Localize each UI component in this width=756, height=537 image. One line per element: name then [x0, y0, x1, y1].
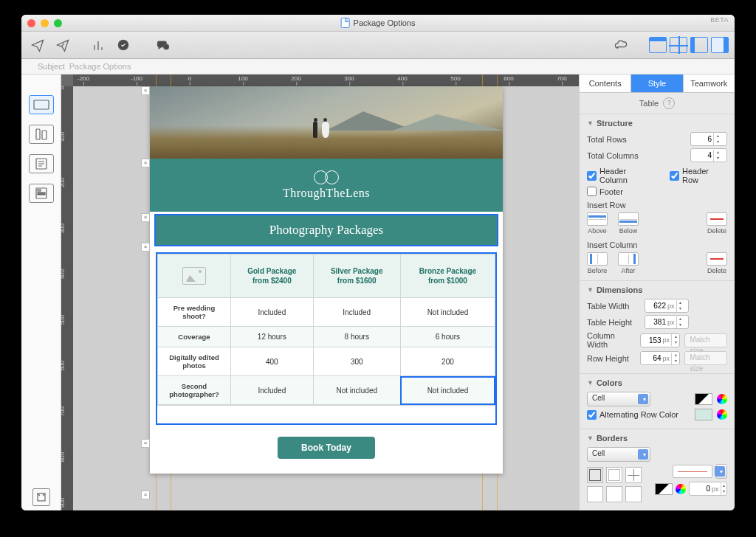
- cta-block[interactable]: Book Today: [150, 425, 503, 474]
- alt-row-color-checkbox[interactable]: Alternating Row Color: [587, 410, 678, 420]
- table-row-header[interactable]: Second photographer?: [158, 376, 231, 405]
- footer-checkbox[interactable]: Footer: [587, 187, 623, 196]
- border-color-picker[interactable]: [676, 484, 686, 494]
- device-text[interactable]: [29, 154, 54, 173]
- alt-color-picker-button[interactable]: [717, 409, 727, 420]
- section-colors[interactable]: Colors: [597, 378, 622, 387]
- header-column-checkbox[interactable]: Header Column: [587, 167, 656, 184]
- hero-image[interactable]: [150, 86, 503, 159]
- block-handle[interactable]: [141, 159, 150, 167]
- subject-value[interactable]: Package Options: [69, 62, 131, 71]
- cta-button[interactable]: Book Today: [278, 437, 375, 459]
- table-row-header[interactable]: Coverage: [158, 327, 231, 347]
- alt-row-color-swatch[interactable]: [695, 409, 712, 420]
- checklist-button[interactable]: [113, 36, 134, 54]
- border-style-menu[interactable]: [715, 464, 727, 479]
- inspector-panel: Contents Style Teamwork Table ? ▼Structu…: [579, 75, 735, 510]
- tab-style[interactable]: Style: [631, 75, 683, 92]
- table-width-stepper[interactable]: px▴▾: [645, 299, 689, 313]
- table-cell[interactable]: Included: [313, 298, 400, 327]
- send-button[interactable]: [52, 36, 73, 54]
- table-header-col[interactable]: Silver Packagefrom $1600: [313, 254, 400, 298]
- table-header-col[interactable]: Bronze Packagefrom $1000: [400, 254, 495, 298]
- block-handle[interactable]: [141, 213, 150, 222]
- block-handle[interactable]: [141, 86, 150, 95]
- section-structure[interactable]: Structure: [597, 119, 633, 128]
- layout-guides-toggle[interactable]: [670, 37, 687, 53]
- table-cell[interactable]: 12 hours: [231, 327, 314, 347]
- minimize-window-button[interactable]: [41, 19, 49, 27]
- table-row-header[interactable]: Pre wedding shoot?: [158, 298, 231, 327]
- border-mid-button[interactable]: [606, 486, 622, 502]
- block-handle[interactable]: [141, 439, 150, 448]
- color-picker-button[interactable]: [717, 394, 727, 404]
- table-cell[interactable]: 300: [313, 347, 400, 376]
- section-borders[interactable]: Borders: [597, 434, 628, 443]
- heading-block[interactable]: Photography Packages: [154, 214, 498, 246]
- section-dimensions[interactable]: Dimensions: [597, 285, 642, 294]
- table-cell[interactable]: Included: [231, 376, 314, 405]
- cloud-sync-button[interactable]: [611, 36, 631, 54]
- table-cell[interactable]: 400: [231, 347, 314, 376]
- ruler-horizontal: -200-1000100200300400500600700: [61, 75, 579, 86]
- table-row-header[interactable]: Digitally edited photos: [158, 347, 231, 376]
- packages-table-block[interactable]: Gold Packagefrom $2400 Silver Packagefro…: [156, 252, 497, 425]
- layout-left-toggle[interactable]: [690, 37, 708, 53]
- column-width-label: Column Width: [587, 331, 636, 349]
- border-bottom-button[interactable]: [625, 486, 642, 502]
- match-width-button[interactable]: Match size: [684, 333, 727, 347]
- block-handle[interactable]: [141, 491, 150, 499]
- help-button[interactable]: ?: [663, 97, 675, 109]
- device-source[interactable]: [29, 184, 54, 203]
- table-cell[interactable]: Not included: [313, 376, 400, 405]
- brand-bar[interactable]: ThroughTheLens: [150, 159, 503, 212]
- close-window-button[interactable]: [27, 19, 35, 27]
- insert-col-after-button[interactable]: After: [618, 252, 639, 274]
- border-inner-button[interactable]: [625, 467, 642, 483]
- block-handle[interactable]: [141, 243, 150, 252]
- border-top-button[interactable]: [587, 486, 603, 502]
- email-page[interactable]: ThroughTheLens Photography Packages Gold: [150, 86, 503, 474]
- table-cell[interactable]: Not included: [400, 298, 495, 327]
- border-outline-button[interactable]: [606, 467, 622, 483]
- color-scope-select[interactable]: Cell: [587, 392, 650, 406]
- delete-col-button[interactable]: Delete: [707, 252, 727, 274]
- cell-color-swatch[interactable]: [695, 393, 712, 405]
- table-cell[interactable]: Not included: [400, 376, 495, 405]
- insert-row-above-button[interactable]: Above: [587, 212, 608, 235]
- border-width-stepper[interactable]: px▴▾: [689, 482, 727, 496]
- table-header-image[interactable]: [158, 254, 231, 298]
- table-footer-row[interactable]: [157, 405, 495, 423]
- layout-inspector-toggle[interactable]: [711, 37, 729, 53]
- total-rows-stepper[interactable]: ▴▾: [690, 132, 727, 146]
- table-height-stepper[interactable]: px▴▾: [645, 315, 689, 329]
- insert-col-before-button[interactable]: Before: [587, 252, 608, 274]
- zoom-fit-button[interactable]: [32, 488, 50, 506]
- insert-row-below-button[interactable]: Below: [618, 212, 639, 235]
- layout-top-toggle[interactable]: [649, 37, 667, 53]
- border-style-select[interactable]: [673, 465, 712, 478]
- match-height-button[interactable]: Match size: [684, 351, 727, 365]
- delete-row-button[interactable]: Delete: [707, 212, 727, 235]
- header-row-checkbox[interactable]: Header Row: [670, 167, 727, 184]
- column-width-stepper[interactable]: px▴▾: [640, 333, 681, 347]
- canvas[interactable]: -200-1000100200300400500600700 010020030…: [61, 75, 579, 510]
- table-cell[interactable]: 8 hours: [313, 327, 400, 347]
- send-test-button[interactable]: [27, 36, 48, 54]
- row-height-stepper[interactable]: px▴▾: [640, 351, 681, 365]
- tab-contents[interactable]: Contents: [580, 75, 631, 92]
- analytics-button[interactable]: [88, 36, 109, 54]
- total-columns-stepper[interactable]: ▴▾: [690, 148, 727, 162]
- border-color-swatch[interactable]: [655, 483, 673, 495]
- table-cell[interactable]: 6 hours: [400, 327, 495, 347]
- border-scope-select[interactable]: Cell: [587, 447, 650, 462]
- border-all-button[interactable]: [587, 467, 603, 483]
- table-cell[interactable]: 200: [400, 347, 495, 376]
- table-header-col[interactable]: Gold Packagefrom $2400: [231, 254, 314, 298]
- chat-button[interactable]: [153, 36, 173, 54]
- zoom-window-button[interactable]: [54, 19, 62, 27]
- device-mobile[interactable]: [29, 125, 54, 144]
- table-cell[interactable]: Included: [231, 298, 314, 327]
- device-desktop[interactable]: [29, 95, 54, 114]
- tab-teamwork[interactable]: Teamwork: [684, 75, 735, 92]
